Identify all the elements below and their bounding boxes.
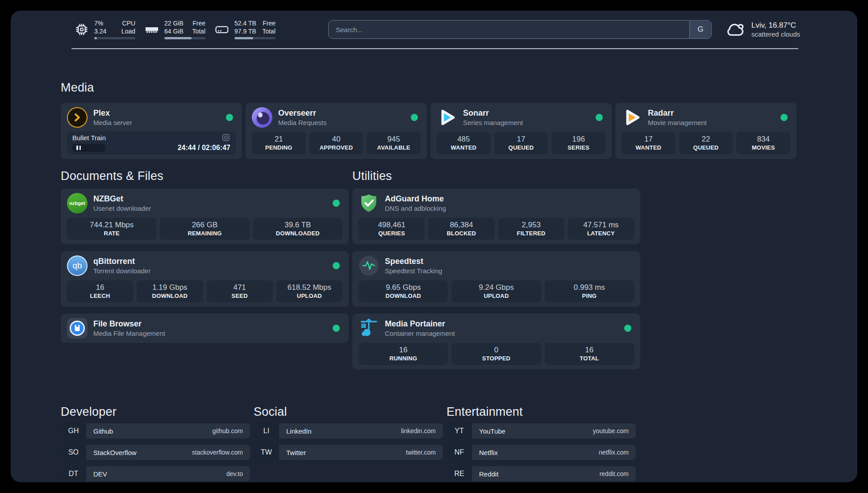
stat-wanted: 485 WANTED <box>437 132 491 154</box>
bookmark-stackoverflow[interactable]: SO StackOverflow stackoverflow.com <box>61 445 250 460</box>
cpu-progress-bar <box>94 37 135 39</box>
card-portainer[interactable]: Media Portainer Container management 16 … <box>352 313 640 369</box>
filebrowser-icon <box>67 318 88 338</box>
card-radarr[interactable]: Radarr Movie management 17 WANTED 22 QUE… <box>615 103 797 159</box>
stat-blocked: 86,384 BLOCKED <box>428 218 494 240</box>
stat-stopped: 0 STOPPED <box>451 343 541 365</box>
disk-progress-bar <box>234 37 275 39</box>
app-desc: Usenet downloader <box>93 205 151 212</box>
disk-labels: Free Total <box>262 20 275 35</box>
speedtest-icon <box>359 255 379 276</box>
stat-ping: 0.993 ms PING <box>545 280 634 302</box>
app-desc: Speedtest Tracking <box>385 267 442 275</box>
stat-series: 196 SERIES <box>551 132 605 154</box>
stat-queued: 22 QUEUED <box>679 132 733 154</box>
app-name: Speedtest <box>385 257 442 266</box>
stat-upload: 618.52 Mbps UPLOAD <box>276 280 342 302</box>
weather-condition: scattered clouds <box>751 30 800 38</box>
memory-progress-bar <box>164 37 205 39</box>
card-speedtest[interactable]: Speedtest Speedtest Tracking 9.65 Gbps D… <box>352 251 640 307</box>
app-name: AdGuard Home <box>385 194 446 204</box>
card-qbittorrent[interactable]: qb qBittorrent Torrent downloader 16 LEE… <box>61 251 349 307</box>
section-title-developer: Developer <box>61 405 250 419</box>
header: 7% 3.24 CPU Load <box>11 11 857 40</box>
app-name: Radarr <box>648 109 707 118</box>
stat-seed: 471 SEED <box>207 280 273 302</box>
section-title-utilities: Utilities <box>352 169 640 183</box>
disk-widget: 52.4 TB 97.9 TB Free Total <box>213 20 275 39</box>
search-bar: G <box>328 20 712 39</box>
search-input[interactable] <box>328 20 712 39</box>
card-filebrowser[interactable]: File Browser Media File Management <box>61 313 349 343</box>
memory-icon <box>143 21 160 38</box>
bookmark-netflix[interactable]: NF Netflix netflix.com <box>447 445 636 460</box>
app-desc: Media Requests <box>278 119 326 126</box>
pause-indicator <box>72 144 105 152</box>
status-dot <box>780 114 788 121</box>
app-name: Sonarr <box>463 109 523 118</box>
status-dot <box>333 325 340 332</box>
nzbget-icon: nzbget <box>67 193 88 213</box>
cpu-values: 7% 3.24 <box>94 20 106 35</box>
cpu-widget: 7% 3.24 CPU Load <box>73 20 135 39</box>
card-adguard[interactable]: AdGuard Home DNS and adblocking 498,461 … <box>352 188 640 244</box>
bookmark-reddit[interactable]: RE Reddit reddit.com <box>447 466 636 481</box>
card-overseerr[interactable]: Overseerr Media Requests 21 PENDING 40 A… <box>246 103 427 159</box>
stat-total: 16 TOTAL <box>545 343 634 365</box>
weather-location-temp: Lviv, 16.87°C <box>751 21 800 30</box>
app-name: qBittorrent <box>93 257 150 266</box>
plex-now-playing: Bullet Train 24:44 / 02:06:47 <box>67 131 236 155</box>
search-provider-button[interactable]: G <box>689 21 711 38</box>
cpu-icon <box>73 21 90 38</box>
bookmark-youtube[interactable]: YT YouTube youtube.com <box>447 423 636 439</box>
section-title-social: Social <box>254 405 443 419</box>
stat-queries: 498,461 QUERIES <box>359 218 425 240</box>
app-desc: Series management <box>463 119 523 126</box>
stat-movies: 834 MOVIES <box>736 132 790 154</box>
status-dot <box>333 200 340 207</box>
cloud-icon <box>725 19 746 40</box>
disk-values: 52.4 TB 97.9 TB <box>234 20 256 35</box>
adguard-icon <box>359 193 379 213</box>
now-playing-title: Bullet Train <box>72 134 106 142</box>
section-documents: Documents & Files nzbget NZBGet Usenet d… <box>61 169 349 376</box>
app-desc: Container management <box>385 330 455 337</box>
bookmark-dev[interactable]: DT DEV dev.to <box>61 466 250 481</box>
stat-leech: 16 LEECH <box>67 280 133 302</box>
memory-values: 22 GiB 64 GiB <box>164 20 184 35</box>
memory-labels: Free Total <box>192 20 205 35</box>
bookmark-github[interactable]: GH Github github.com <box>61 423 250 439</box>
section-title-documents: Documents & Files <box>61 169 349 183</box>
stat-wanted: 17 WANTED <box>622 132 676 154</box>
sonarr-icon <box>437 107 457 128</box>
section-utilities: Utilities <box>352 169 640 376</box>
app-desc: Media File Management <box>93 330 165 337</box>
stat-upload: 9.24 Gbps UPLOAD <box>451 280 541 302</box>
app-desc: Movie management <box>648 119 707 126</box>
bookmark-twitter[interactable]: TW Twitter twitter.com <box>254 445 443 460</box>
card-sonarr[interactable]: Sonarr Series management 485 WANTED 17 Q… <box>430 103 612 159</box>
stat-downloaded: 39.6 TB DOWNLOADED <box>253 218 342 240</box>
playback-time: 24:44 / 02:06:47 <box>178 144 230 152</box>
media-view-icon[interactable] <box>221 133 230 142</box>
status-dot <box>411 114 418 121</box>
qbittorrent-icon: qb <box>67 255 88 276</box>
stat-rate: 744.21 Mbps RATE <box>67 218 156 240</box>
bookmark-linkedin[interactable]: LI LinkedIn linkedin.com <box>254 423 443 439</box>
media-grid: Plex Media server Bullet Train <box>61 103 797 159</box>
card-plex[interactable]: Plex Media server Bullet Train <box>61 103 242 159</box>
cpu-labels: CPU Load <box>121 20 135 35</box>
status-dot <box>596 114 603 121</box>
stat-queued: 17 QUEUED <box>494 132 548 154</box>
bookmark-group-developer: Developer GH Github github.com SO StackO… <box>61 405 250 482</box>
stat-approved: 40 APPROVED <box>309 132 363 154</box>
radarr-icon <box>622 107 642 128</box>
stat-remaining: 266 GB REMAINING <box>160 218 249 240</box>
memory-widget: 22 GiB 64 GiB Free Total <box>143 20 205 39</box>
bookmark-group-social: Social LI LinkedIn linkedin.com TW Twitt… <box>254 405 443 482</box>
section-title-media: Media <box>61 80 857 95</box>
app-name: Overseerr <box>278 109 326 118</box>
app-name: Plex <box>93 109 132 118</box>
card-nzbget[interactable]: nzbget NZBGet Usenet downloader 744.21 M… <box>61 188 349 244</box>
section-title-entertainment: Entertainment <box>447 405 636 419</box>
